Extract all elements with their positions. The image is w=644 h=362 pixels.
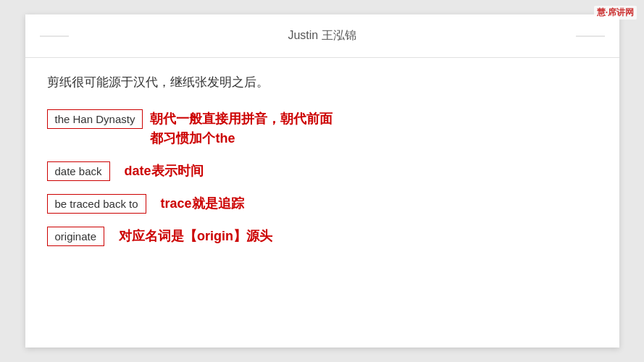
vocab-box-originate: originate: [47, 227, 105, 246]
slide-content: 剪纸很可能源于汉代，继纸张发明之后。 the Han Dynasty 朝代一般直…: [25, 58, 619, 261]
header-line-right: [576, 35, 605, 36]
note-date-back: date表示时间: [125, 162, 204, 180]
watermark: 慧·席讲网: [594, 6, 637, 20]
note-block-han-dynasty: 朝代一般直接用拼音，朝代前面 都习惯加个the: [150, 109, 333, 148]
outer-frame: 慧·席讲网 Justin 王泓锦 剪纸很可能源于汉代，继纸张发明之后。 the …: [0, 0, 644, 362]
slide-container: Justin 王泓锦 剪纸很可能源于汉代，继纸张发明之后。 the Han Dy…: [25, 14, 619, 348]
intro-text: 剪纸很可能源于汉代，继纸张发明之后。: [47, 72, 598, 92]
vocab-box-han-dynasty: the Han Dynasty: [47, 109, 143, 129]
note-han-dynasty-line1: 朝代一般直接用拼音，朝代前面: [150, 109, 333, 129]
vocab-row-originate: originate 对应名词是【origin】源头: [47, 227, 598, 246]
vocab-section: the Han Dynasty 朝代一般直接用拼音，朝代前面 都习惯加个the …: [47, 109, 598, 246]
slide-header: Justin 王泓锦: [25, 14, 619, 58]
vocab-box-date-back: date back: [47, 161, 110, 181]
note-han-dynasty-line2: 都习惯加个the: [150, 129, 333, 148]
vocab-row-traced: be traced back to trace就是追踪: [47, 194, 598, 214]
header-title: Justin 王泓锦: [288, 28, 356, 43]
vocab-row-date-back: date back date表示时间: [47, 161, 598, 181]
note-originate: 对应名词是【origin】源头: [119, 227, 272, 245]
header-line-left: [40, 35, 69, 36]
note-traced: trace就是追踪: [161, 195, 244, 213]
vocab-box-traced: be traced back to: [47, 194, 146, 214]
vocab-row-han-dynasty: the Han Dynasty 朝代一般直接用拼音，朝代前面 都习惯加个the: [47, 109, 598, 148]
